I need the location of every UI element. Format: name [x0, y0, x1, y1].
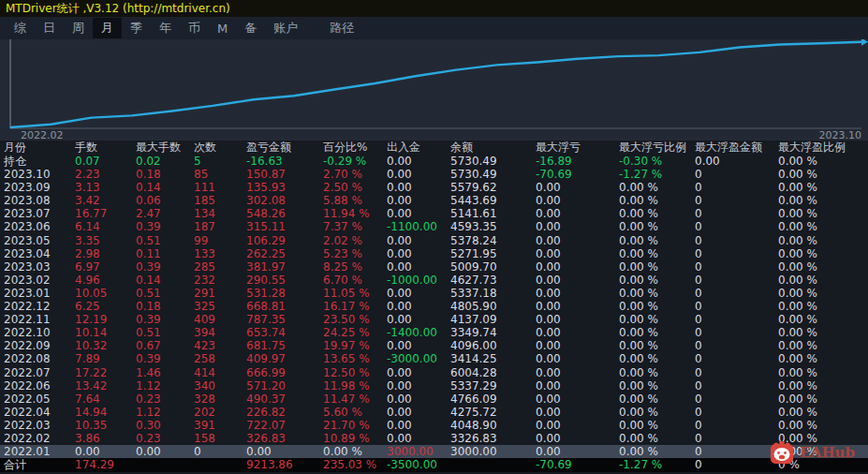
table-row[interactable]: 2022.0613.421.12340571.2011.98 %0.005337… — [0, 379, 868, 393]
column-header: 最大手数 — [136, 141, 194, 155]
table-cell: 3.86 — [75, 432, 136, 445]
table-cell: 0 — [695, 352, 778, 365]
row-month-label: 2023.05 — [4, 234, 75, 247]
table-cell: 0 — [695, 339, 778, 352]
table-cell: 340 — [194, 379, 246, 393]
table-row[interactable]: 2023.0716.772.47134548.2611.94 %0.005141… — [0, 207, 868, 220]
table-row[interactable]: 2022.126.250.18325668.8116.17 %0.004805.… — [0, 300, 868, 313]
table-cell: 414 — [194, 366, 246, 379]
table-cell: 3.13 — [75, 181, 136, 194]
table-cell: 10.89 % — [323, 432, 387, 445]
row-month-label: 2023.01 — [4, 287, 75, 300]
menu-item-1[interactable]: 日 — [35, 18, 64, 38]
table-cell: 0.00 % — [778, 220, 868, 233]
menu-item-8[interactable]: 备 — [236, 18, 265, 38]
table-cell: 0.00 — [387, 432, 450, 445]
table-cell: 0.00 — [387, 313, 450, 326]
table-cell: 0.51 — [136, 287, 194, 300]
table-cell: 3000.00 — [450, 445, 536, 458]
table-cell: 0.00 % — [619, 181, 695, 194]
table-row[interactable]: 2023.083.420.06185302.085.88 %0.005443.6… — [0, 194, 868, 207]
row-month-label: 2022.07 — [4, 366, 75, 379]
table-cell: 0.00 — [246, 445, 323, 458]
table-cell: 548.26 — [246, 207, 323, 220]
table-row[interactable]: 2023.093.130.14111135.932.50 %0.005579.6… — [0, 181, 868, 194]
table-cell: 0.00 % — [778, 274, 868, 287]
menu-item-4[interactable]: 季 — [122, 18, 151, 38]
table-cell: 0.00 — [536, 445, 619, 458]
table-cell: 0 — [695, 207, 778, 220]
table-row[interactable]: 2023.024.960.14232290.556.70 %-1000.0046… — [0, 274, 868, 287]
table-row[interactable]: 2023.053.350.5199106.292.02 %0.005378.24… — [0, 234, 868, 247]
table-row[interactable]: 2023.102.230.1885150.872.70 %0.005730.49… — [0, 168, 868, 181]
table-cell: 5337.29 — [450, 379, 536, 393]
row-month-label: 2022.03 — [4, 419, 75, 432]
table-cell: 0.00 — [387, 406, 450, 419]
table-row[interactable]: 2022.023.860.23158326.8310.89 %0.003326.… — [0, 432, 868, 445]
menu-item-6[interactable]: 币 — [180, 18, 209, 38]
table-total-row[interactable]: 合计174.299213.86235.03 %-3500.00-70.69-1.… — [0, 458, 868, 472]
table-cell: 11.98 % — [323, 379, 387, 393]
table-row[interactable]: 2023.036.970.39285381.978.25 %0.005009.7… — [0, 260, 868, 274]
menu-item-7[interactable]: M — [209, 20, 236, 37]
row-month-label: 2023.03 — [4, 260, 75, 274]
table-cell: 3000.00 — [387, 445, 450, 458]
table-cell: 0 — [695, 260, 778, 274]
table-cell: 0.00 % — [778, 287, 868, 300]
table-cell: 0.00 % — [619, 313, 695, 326]
table-cell: 0 — [695, 234, 778, 247]
table-row[interactable]: 2022.010.000.0000.000.00 %3000.003000.00… — [0, 445, 868, 458]
table-row[interactable]: 持仓0.070.025-16.63-0.29 %0.005730.49-16.8… — [0, 155, 868, 168]
table-cell: 5337.18 — [450, 287, 536, 300]
table-row[interactable]: 2022.1112.190.39409787.3523.50 %0.004137… — [0, 313, 868, 326]
table-cell: 0 — [695, 194, 778, 207]
menu-item-0[interactable]: 综 — [6, 18, 35, 38]
table-cell: 0.00 % — [778, 313, 868, 326]
table-cell: 0.39 — [136, 313, 194, 326]
table-row[interactable]: 2022.087.890.39258409.9713.65 %-3000.003… — [0, 352, 868, 365]
table-cell: 0 — [695, 300, 778, 313]
table-cell: 0 — [695, 406, 778, 419]
table-cell: 19.97 % — [323, 339, 387, 352]
table-row[interactable]: 2023.066.140.39187315.117.37 %-1100.0045… — [0, 220, 868, 233]
row-month-label: 持仓 — [4, 155, 75, 168]
menu-item-9[interactable]: 账户 — [265, 18, 306, 38]
table-cell: 531.28 — [246, 287, 323, 300]
table-cell: 0.00 — [536, 419, 619, 432]
table-cell: 681.75 — [246, 339, 323, 352]
table-cell: 0.00 — [387, 207, 450, 220]
table-cell: 290.55 — [246, 274, 323, 287]
table-cell: 0.00 % — [778, 260, 868, 274]
table-cell: 285 — [194, 260, 246, 274]
table-row[interactable]: 2023.042.980.11133262.255.23 %0.005271.9… — [0, 247, 868, 260]
table-row[interactable]: 2022.0414.941.12202226.825.60 %0.004275.… — [0, 406, 868, 419]
equity-curve-chart: 2022.022023.10 — [0, 39, 868, 141]
table-cell: 0.51 — [136, 234, 194, 247]
table-cell: 10.05 — [75, 287, 136, 300]
table-cell: 0.00 — [536, 393, 619, 406]
menu-item-5[interactable]: 年 — [151, 18, 180, 38]
table-cell: 0.00 % — [619, 220, 695, 233]
table-row[interactable]: 2022.0310.350.30391722.0721.70 %0.004048… — [0, 419, 868, 432]
table-cell: 24.25 % — [323, 326, 387, 339]
table-cell: 262.25 — [246, 247, 323, 260]
table-row[interactable]: 2022.0717.221.46414666.9912.50 %0.006004… — [0, 366, 868, 379]
table-cell: 0.00 — [387, 181, 450, 194]
table-cell: 2.02 % — [323, 234, 387, 247]
table-cell: 1.12 — [136, 379, 194, 393]
row-month-label: 2023.10 — [4, 168, 75, 181]
table-row[interactable]: 2023.0110.050.51291531.2811.05 %0.005337… — [0, 287, 868, 300]
table-row[interactable]: 2022.0910.320.67423681.7519.97 %0.004096… — [0, 339, 868, 352]
table-cell: 0.23 — [136, 393, 194, 406]
menu-item-path[interactable]: 路径 — [321, 18, 362, 38]
row-month-label: 2022.02 — [4, 432, 75, 445]
table-cell: 0.06 — [136, 194, 194, 207]
table-cell: 0.00 — [536, 181, 619, 194]
menu-item-2[interactable]: 周 — [64, 18, 93, 38]
table-cell — [450, 458, 536, 472]
table-cell: 12.50 % — [323, 366, 387, 379]
table-cell: 0.00 % — [778, 300, 868, 313]
table-row[interactable]: 2022.057.640.23328490.3711.47 %0.004766.… — [0, 393, 868, 406]
menu-item-3[interactable]: 月 — [93, 18, 122, 38]
table-row[interactable]: 2022.1010.140.51394653.7424.25 %-1400.00… — [0, 326, 868, 339]
